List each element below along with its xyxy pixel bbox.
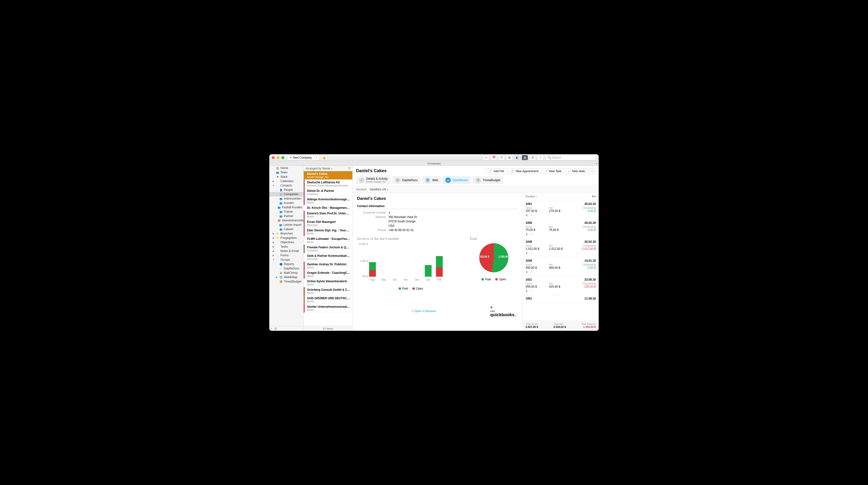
tab[interactable]: qbQuickBooks — [442, 176, 471, 184]
sidebar-item[interactable]: ▶Calendars — [269, 179, 304, 183]
sidebar-item[interactable]: 🐵MailChimp — [269, 270, 304, 275]
new-note-button[interactable]: ▭New Note — [565, 168, 588, 174]
sidebar-item[interactable]: 👥Trainer — [269, 209, 304, 214]
sidebar-item[interactable]: 👥Fastbill-Kunden — [269, 205, 304, 209]
sidebar-item[interactable]: 👥Kunden — [269, 201, 304, 205]
list-item[interactable]: Deutsche Lufthansa AGBremen, Freie Hanse… — [304, 180, 352, 188]
grid-icon[interactable]: ⊞ — [274, 327, 277, 330]
layout-list-icon[interactable]: ☰ — [529, 155, 536, 160]
share-icon[interactable]: ↗ — [530, 233, 532, 236]
filter-icon[interactable]: ▽ — [348, 167, 350, 170]
sidebar-item[interactable]: 👥Letzter Import — [269, 223, 304, 227]
list-item[interactable]: Fremde Federn Jochum & Quentel Gb…Frankf… — [304, 245, 352, 253]
share-icon[interactable]: ↗ — [530, 252, 532, 255]
inbox-icon[interactable]: ↩ — [483, 155, 489, 160]
sidebar-item[interactable]: 🏢Companies — [269, 192, 304, 196]
sidebar-item[interactable]: ▶📁Branchen — [269, 231, 304, 236]
tab[interactable]: DDayliteDocs — [392, 176, 421, 184]
tab[interactable]: ⏱Time&Budget — [472, 176, 503, 184]
add-button[interactable]: + — [271, 327, 273, 330]
sidebar-item[interactable]: 👤People — [269, 188, 304, 192]
invoice-item[interactable]: 105126.02.19 Gross297,00 $ Net275,00 $ O… — [523, 200, 599, 219]
list-item[interactable]: Gröne Sylvie SteuerberaterinBerlin — [304, 279, 352, 287]
gross-value: 1.012,50 $ — [526, 247, 549, 251]
invoice-item[interactable]: 105026.02.19 Gross75,00 $ Net75,00 $ Out… — [523, 219, 599, 238]
sidebar-item[interactable]: 🎯Abendveranstaltu… — [269, 218, 304, 223]
sidebar-item[interactable]: ▶🌐Web&Map — [269, 275, 304, 279]
sidebar-item-label: Interessenten — [284, 197, 302, 200]
share-icon[interactable]: ↗ — [530, 213, 532, 217]
list-item[interactable]: Gentner Andrey Dr. PublizistBerlin — [304, 262, 352, 270]
sidebar-item[interactable]: ▶Tasks — [269, 245, 304, 249]
more-button[interactable]: ⋯ — [589, 168, 595, 174]
new-company-button[interactable]: + New Company ▾ — [287, 155, 320, 160]
list-item[interactable]: diálogo KommunikationsagenturBerlin — [304, 197, 352, 205]
download-icon[interactable]: ⬇ — [526, 213, 528, 217]
new-appointment-button[interactable]: 🕐New Appointment — [508, 168, 541, 174]
invoice-item[interactable]: 102123.08.18 Gross459,43 $ Net425,40 $ O… — [523, 276, 599, 295]
sb-icon: 🐵 — [279, 272, 282, 274]
list-item[interactable]: Dietze Dr. & PartnerFrankfurt — [304, 188, 352, 197]
invoice-item[interactable]: 104920.02.19 Gross1.012,50 $ Net1.012,50… — [523, 238, 599, 257]
sidebar-item[interactable]: 👥Team — [269, 170, 304, 175]
sidebar-item[interactable]: ▶Forms — [269, 253, 304, 258]
sidebar-item[interactable]: 👥Caterer — [269, 227, 304, 231]
list-item[interactable]: Geib & Partner KommunikationsagenturMünc… — [304, 253, 352, 262]
net-value: 450,00 $ — [549, 266, 572, 269]
screen-icon[interactable]: 🖥 — [506, 155, 513, 160]
list-item[interactable]: Dr. Kirsch Öko - Management - Consult — [304, 205, 352, 211]
sidebar-item[interactable]: 🟠Time&Budget — [269, 279, 304, 284]
sidebar-item[interactable]: 🔵Reports — [269, 262, 304, 266]
bell-icon[interactable]: 🔔 — [321, 155, 328, 160]
sidebar-item[interactable]: 👥Partner — [269, 214, 304, 218]
list-header[interactable]: Arranged by Name ⬨ ▽ — [304, 166, 352, 171]
download-icon[interactable]: ⬇ — [526, 289, 528, 293]
minimize-icon[interactable] — [277, 156, 279, 159]
share-icon[interactable]: ↗ — [530, 270, 532, 274]
close-icon[interactable] — [272, 156, 275, 159]
sidebar-item[interactable]: 👥Interessenten — [269, 196, 304, 201]
sidebar-item[interactable]: 📄DayliteDocs — [269, 266, 304, 270]
list-item[interactable]: Ercan Diel BaumgartMünchen — [304, 219, 352, 228]
list-item[interactable]: GUD GRÜNER UND DEUTSCHER GmbHBerlin — [304, 295, 352, 304]
list-item[interactable]: Gürtler Unternehmensverwaltung GmbHBerli… — [304, 304, 352, 313]
list-item[interactable]: Daniel's CakesSouth Orange, NJ — [304, 171, 352, 180]
list-item[interactable]: Emerich Sven Prof.Dr. Unternehmensb…Berl… — [304, 211, 352, 219]
share-icon[interactable]: ↗ — [530, 289, 532, 293]
detail-panel: Daniel's Cakes Contact information Custo… — [352, 193, 522, 331]
list-item[interactable]: FLMH Lohmaier - EscapeYourMindBerlin — [304, 236, 352, 245]
add-tab-button[interactable]: + — [596, 162, 598, 165]
download-icon[interactable]: ⬇ — [526, 252, 528, 255]
sidebar-item[interactable]: ▶Notes & Email — [269, 249, 304, 253]
zoom-icon[interactable] — [281, 156, 284, 159]
account-selector[interactable]: Sandbox US ⬨ — [370, 188, 389, 191]
sidebar-item[interactable]: ❖Slack — [269, 175, 304, 179]
download-icon[interactable]: ⬇ — [526, 270, 528, 274]
layout-split-icon[interactable]: ▥ — [522, 155, 528, 160]
sidebar-item[interactable]: ▼Contacts — [269, 183, 304, 188]
calendar-icon[interactable]: 📅 — [491, 155, 497, 160]
gear-icon[interactable]: ⚙▾ — [592, 195, 596, 198]
chart-icon[interactable]: ⫲ — [537, 155, 544, 160]
sidebar-item-label: Partner — [284, 215, 293, 218]
timer-icon[interactable]: ⏱ — [498, 155, 505, 160]
sidebar-item[interactable]: ▶📁Freigegeben — [269, 236, 304, 240]
list-item[interactable]: Eßer Dennis Dipl. Ing. - YourCoachBerlin — [304, 228, 352, 236]
search-input[interactable]: 🔍 Search — [546, 155, 596, 160]
new-task-button[interactable]: ✓New Task — [543, 168, 564, 174]
invoice-header[interactable]: Invoice ⬨ ⚙▾ — [523, 193, 599, 200]
list-item[interactable]: Grünberg Consult GmbH & Co. KgBerlin — [304, 287, 352, 295]
tab[interactable]: 🌐Web — [422, 176, 441, 184]
sidebar-item[interactable]: ▶Objectives — [269, 240, 304, 245]
layout-sidebar-icon[interactable]: ◧ — [514, 155, 520, 160]
chevron-down-icon[interactable]: ▾ — [314, 156, 317, 159]
add-file-button[interactable]: 📄Add File — [486, 168, 507, 174]
invoice-item[interactable]: 103814.01.19 Gross450,00 $ Net450,00 $ O… — [523, 257, 599, 276]
tab[interactable]: iDetails & ActivitySouth Orange, NJ — [356, 176, 391, 184]
sidebar-item[interactable]: ▼Groups — [269, 258, 304, 262]
invoice-item[interactable]: 100111.08.18 — [523, 295, 599, 303]
list-item[interactable]: Gregor Erdmute - CoachingConceptsBerlin — [304, 270, 352, 279]
open-in-browser-link[interactable]: ↗ Open In Browser — [411, 309, 436, 313]
download-icon[interactable]: ⬇ — [526, 233, 528, 236]
sidebar-item[interactable]: 🏠Home — [269, 166, 304, 170]
